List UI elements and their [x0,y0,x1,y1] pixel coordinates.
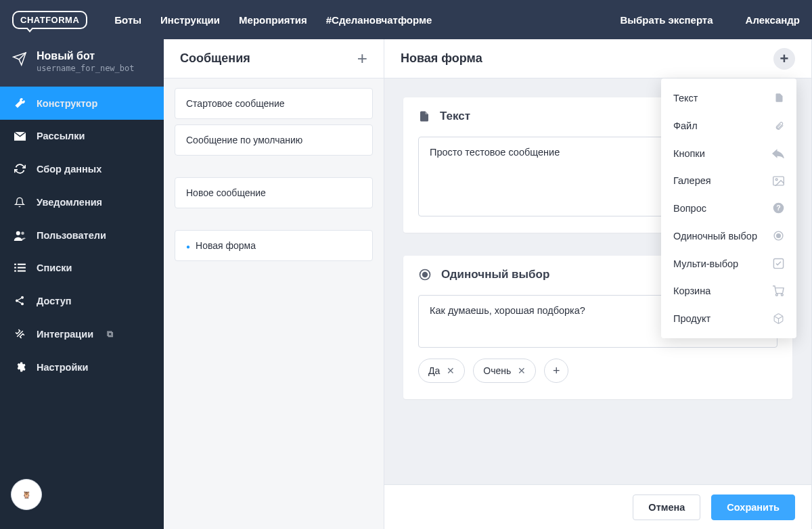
dropdown-label: Продукт [673,313,710,324]
sidebar-item-label: Доступ [37,296,72,306]
cancel-button[interactable]: Отмена [633,495,700,520]
option-label: Да [428,365,440,376]
add-message-button[interactable]: + [357,48,367,69]
message-item-start[interactable]: Стартовое сообщение [175,88,373,119]
dropdown-item-gallery[interactable]: Галерея [661,167,796,194]
doc-icon [774,92,784,104]
choose-expert-link[interactable]: Выбрать эксперта [620,14,713,26]
nav-events[interactable]: Мероприятия [239,14,307,26]
nav-hashtag[interactable]: #Сделановчатформе [326,14,432,26]
form-header: Новая форма + [384,39,811,78]
message-item-new[interactable]: Новое сообщение [175,177,373,208]
save-button[interactable]: Сохранить [711,495,795,520]
block-text-title: Текст [440,110,470,123]
sidebar-item-users[interactable]: Пользователи [0,219,164,252]
sidebar-item-label: Конструктор [37,98,97,109]
gear-icon [14,361,26,373]
paper-plane-icon [12,51,27,66]
option-chip[interactable]: Да ✕ [418,359,465,383]
image-icon [773,176,784,186]
svg-point-1 [21,231,24,235]
radio-icon [773,230,784,242]
svg-rect-7 [18,271,26,272]
add-block-dropdown: Текст Файл Кнопки Галерея Вопрос ? Одино… [661,78,796,338]
dropdown-item-file[interactable]: Файл [661,112,796,140]
sidebar-item-label: Сбор данных [37,164,102,175]
brand-logo[interactable]: CHATFORMA [12,11,87,29]
user-name[interactable]: Александр [746,14,800,26]
dropdown-label: Одиночный выбор [673,231,757,242]
sidebar-item-lists[interactable]: Списки [0,252,164,284]
mail-icon [14,132,26,141]
dropdown-label: Вопрос [673,203,706,214]
messages-column: Сообщения + Стартовое сообщение Сообщени… [164,39,384,529]
doc-icon [418,110,430,123]
attach-icon [775,120,784,132]
bot-title: Новый бот [37,50,135,62]
bell-icon [14,196,26,208]
sidebar-item-constructor[interactable]: Конструктор [0,87,164,120]
users-icon [14,231,26,241]
dropdown-item-single[interactable]: Одиночный выбор [661,222,796,250]
svg-rect-4 [14,267,16,269]
sidebar: Новый бот username_for_new_bot Конструкт… [0,39,164,529]
svg-rect-6 [14,271,16,272]
messages-header: Сообщения + [164,39,384,78]
bot-header[interactable]: Новый бот username_for_new_bot [0,39,164,87]
form-footer: Отмена Сохранить [384,484,811,529]
sidebar-item-data[interactable]: Сбор данных [0,152,164,185]
message-item-new-form[interactable]: Новая форма [175,230,373,261]
svg-point-10 [21,302,24,305]
add-option-button[interactable]: + [544,359,568,383]
check-icon [773,258,784,269]
nav-bots[interactable]: Боты [114,14,141,26]
dropdown-label: Галерея [673,175,711,186]
svg-rect-13 [773,177,784,185]
sidebar-item-label: Уведомления [37,197,102,208]
svg-point-14 [775,178,777,180]
dropdown-label: Текст [673,93,698,104]
dropdown-item-multi[interactable]: Мульти-выбор [661,250,796,277]
sidebar-item-integrations[interactable]: Интеграции ⧉ [0,317,164,350]
messages-title: Сообщения [180,51,250,66]
wrench-icon [14,97,26,109]
option-chip[interactable]: Очень ✕ [473,359,536,383]
external-link-icon: ⧉ [107,329,113,340]
sidebar-item-label: Списки [37,262,72,273]
remove-option-icon[interactable]: ✕ [518,365,526,376]
sidebar-item-settings[interactable]: Настройки [0,350,164,384]
form-column: Новая форма + Текст Просто тестовое сооб… [384,39,812,529]
list-icon [14,263,26,273]
dropdown-item-buttons[interactable]: Кнопки [661,140,796,167]
content: Сообщения + Стартовое сообщение Сообщени… [164,39,812,529]
sidebar-item-label: Рассылки [37,131,85,141]
sidebar-item-notifications[interactable]: Уведомления [0,185,164,219]
add-block-button[interactable]: + [773,48,795,70]
sidebar-item-label: Интеграции [37,329,93,340]
svg-rect-2 [14,264,16,265]
dropdown-item-cart[interactable]: Корзина [661,277,796,304]
option-label: Очень [483,365,511,376]
dropdown-item-text[interactable]: Текст [661,84,796,112]
message-item-default[interactable]: Сообщение по умолчанию [175,124,373,156]
options-row: Да ✕ Очень ✕ + [418,359,777,383]
dropdown-item-question[interactable]: Вопрос ? [661,194,796,222]
box-icon [773,313,784,325]
form-title: Новая форма [401,51,482,66]
sidebar-item-access[interactable]: Доступ [0,284,164,317]
dropdown-label: Корзина [673,285,710,296]
svg-point-18 [777,234,781,238]
sidebar-item-broadcasts[interactable]: Рассылки [0,120,164,152]
radio-icon [418,268,432,281]
sidebar-item-label: Пользователи [37,230,106,241]
dropdown-label: Кнопки [673,148,705,159]
plug-icon [14,328,26,340]
svg-text:?: ? [776,204,780,212]
messages-list: Стартовое сообщение Сообщение по умолчан… [164,78,384,287]
svg-point-9 [16,300,18,302]
block-single-title: Одиночный выбор [441,268,549,281]
avatar[interactable]: 🦉 [11,479,42,510]
remove-option-icon[interactable]: ✕ [447,365,455,376]
dropdown-item-product[interactable]: Продукт [661,304,796,333]
nav-instructions[interactable]: Инструкции [160,14,220,26]
